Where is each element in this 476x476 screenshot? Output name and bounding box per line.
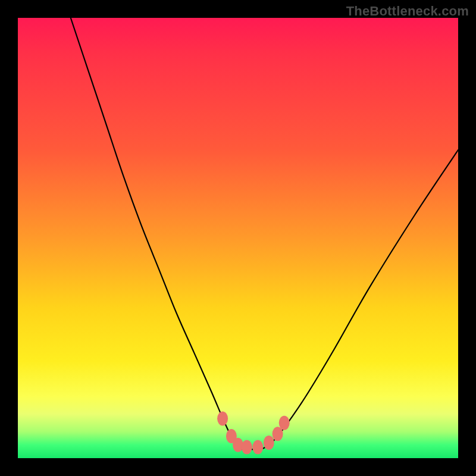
marker-dot <box>242 440 252 455</box>
highlight-markers <box>217 411 290 454</box>
plot-area <box>18 18 458 458</box>
marker-dot <box>264 436 274 450</box>
marker-dot <box>279 416 290 430</box>
marker-dot <box>217 411 228 425</box>
bottleneck-curve <box>71 18 458 450</box>
chart-frame: TheBottleneck.com <box>0 0 476 476</box>
curve-layer <box>18 18 458 458</box>
watermark-text: TheBottleneck.com <box>346 4 469 19</box>
marker-dot <box>252 440 263 455</box>
